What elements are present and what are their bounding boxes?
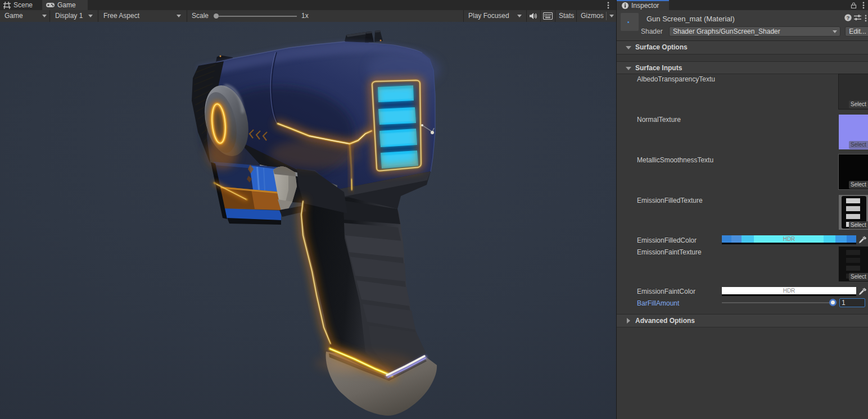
svg-text:?: ? [847, 15, 850, 21]
